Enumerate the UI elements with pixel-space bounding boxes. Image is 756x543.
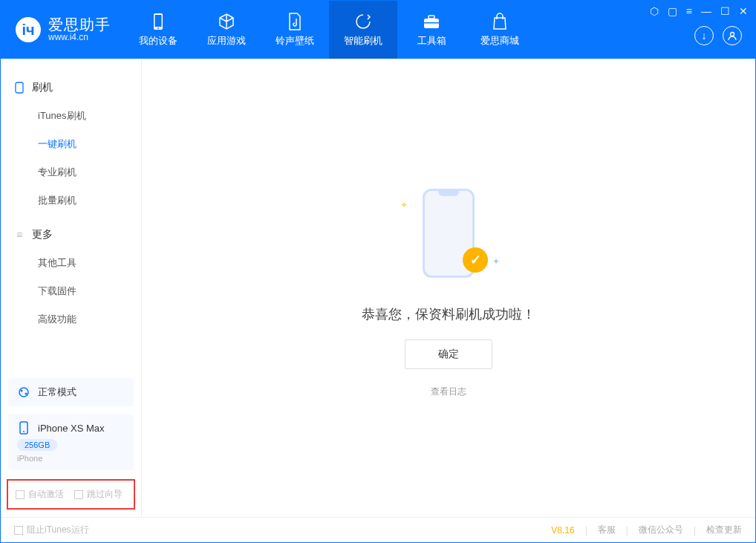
svg-point-8 — [19, 388, 28, 397]
sidebar-item-other-tools[interactable]: 其他工具 — [1, 249, 141, 277]
svg-rect-4 — [428, 16, 434, 19]
sparkle-icon: ✦ — [400, 200, 408, 210]
nav-label: 爱思商城 — [480, 34, 519, 48]
bag-icon — [491, 13, 509, 30]
cube-icon — [218, 13, 235, 30]
view-log-link[interactable]: 查看日志 — [431, 386, 466, 398]
sidebar-item-batch-flash[interactable]: 批量刷机 — [1, 186, 141, 215]
body: 刷机 iTunes刷机 一键刷机 专业刷机 批量刷机 ≡ 更多 其他工具 下载固… — [1, 59, 755, 517]
mode-label: 正常模式 — [38, 386, 76, 399]
main-content: ✦ ✓ ✦ 恭喜您，保资料刷机成功啦！ 确定 查看日志 — [142, 59, 755, 517]
section-title: 更多 — [32, 228, 53, 241]
maximize-icon[interactable]: ☐ — [720, 5, 730, 17]
svg-point-2 — [157, 27, 159, 29]
logo-text: 爱思助手 www.i4.cn — [48, 16, 111, 42]
minimize-icon[interactable]: — — [701, 5, 711, 17]
footer-link-wechat[interactable]: 微信公众号 — [639, 524, 683, 536]
nav-store[interactable]: 爱思商城 — [466, 1, 534, 59]
svg-rect-7 — [16, 82, 23, 93]
device-name: iPhone XS Max — [38, 423, 105, 434]
device-panel[interactable]: iPhone XS Max 256GB iPhone — [8, 414, 134, 470]
svg-rect-5 — [424, 22, 439, 24]
checkbox-block-itunes[interactable]: 阻止iTunes运行 — [14, 524, 89, 536]
close-icon[interactable]: ✕ — [739, 5, 748, 17]
svg-point-12 — [23, 431, 25, 432]
phone-icon — [149, 13, 167, 30]
app-logo-icon: iч — [16, 17, 41, 42]
device-icon — [17, 421, 30, 435]
version-label: V8.16 — [551, 525, 574, 536]
checkbox-skip-guide[interactable]: 跳过向导 — [74, 488, 123, 501]
svg-point-9 — [21, 390, 23, 392]
app-url: www.i4.cn — [48, 33, 111, 42]
storage-badge: 256GB — [17, 439, 57, 451]
checkbox-label: 跳过向导 — [87, 488, 123, 501]
download-button[interactable]: ↓ — [694, 26, 714, 45]
footer-link-update[interactable]: 检查更新 — [706, 524, 742, 536]
titlebar-controls: ⬡ ▢ ≡ — ☐ ✕ — [650, 5, 748, 17]
sidebar-head-more: ≡ 更多 — [1, 221, 141, 249]
main-nav: 我的设备 应用游戏 铃声壁纸 智能刷机 工具箱 爱思商城 — [124, 1, 534, 59]
svg-point-6 — [731, 33, 734, 36]
success-illustration: ✦ ✓ ✦ — [393, 178, 504, 289]
header-actions: ↓ — [694, 26, 742, 45]
account-button[interactable] — [723, 26, 742, 45]
mode-panel[interactable]: 正常模式 — [8, 378, 134, 406]
nav-label: 我的设备 — [139, 34, 177, 48]
sidebar-section-more: ≡ 更多 其他工具 下载固件 高级功能 — [1, 221, 141, 334]
footer-link-service[interactable]: 客服 — [598, 524, 616, 536]
mode-icon — [17, 386, 30, 399]
app-name: 爱思助手 — [48, 16, 111, 33]
music-file-icon — [286, 13, 304, 30]
check-circle-icon: ✓ — [463, 247, 488, 273]
checkbox-label: 阻止iTunes运行 — [27, 524, 89, 536]
svg-point-10 — [25, 393, 27, 395]
nav-label: 智能刷机 — [344, 34, 382, 48]
header: iч 爱思助手 www.i4.cn 我的设备 应用游戏 铃声壁纸 智能刷机 工具… — [1, 1, 755, 59]
nav-ringtones[interactable]: 铃声壁纸 — [261, 1, 329, 59]
success-message: 恭喜您，保资料刷机成功啦！ — [362, 305, 535, 323]
tshirt-icon[interactable]: ⬡ — [650, 5, 659, 17]
sidebar-item-advanced[interactable]: 高级功能 — [1, 305, 141, 334]
phone-small-icon — [14, 82, 25, 93]
refresh-shield-icon — [354, 13, 372, 30]
menu-icon[interactable]: ≡ — [686, 5, 692, 17]
nav-apps[interactable]: 应用游戏 — [192, 1, 261, 59]
device-type: iPhone — [17, 454, 125, 463]
highlighted-options: 自动激活 跳过向导 — [7, 479, 135, 510]
section-title: 刷机 — [32, 81, 53, 94]
nav-my-device[interactable]: 我的设备 — [124, 1, 192, 59]
nav-label: 应用游戏 — [207, 34, 246, 48]
nav-flash[interactable]: 智能刷机 — [329, 1, 397, 59]
sparkle-icon: ✦ — [492, 256, 500, 267]
footer: 阻止iTunes运行 V8.16 | 客服 | 微信公众号 | 检查更新 — [1, 517, 755, 542]
sidebar-section-flash: 刷机 iTunes刷机 一键刷机 专业刷机 批量刷机 — [1, 74, 141, 215]
nav-toolbox[interactable]: 工具箱 — [397, 1, 466, 59]
toolbox-icon — [423, 13, 440, 30]
sidebar-head-flash: 刷机 — [1, 74, 141, 102]
sidebar-item-itunes-flash[interactable]: iTunes刷机 — [1, 102, 141, 130]
note-icon[interactable]: ▢ — [668, 5, 677, 17]
sidebar-item-download-firmware[interactable]: 下载固件 — [1, 277, 141, 305]
device-panels: 正常模式 iPhone XS Max 256GB iPhone — [1, 371, 141, 479]
sidebar-item-oneclick-flash[interactable]: 一键刷机 — [1, 130, 141, 158]
logo-area: iч 爱思助手 www.i4.cn — [1, 16, 124, 42]
nav-label: 工具箱 — [417, 34, 446, 48]
sidebar: 刷机 iTunes刷机 一键刷机 专业刷机 批量刷机 ≡ 更多 其他工具 下载固… — [1, 59, 142, 517]
ok-button[interactable]: 确定 — [405, 339, 492, 369]
nav-label: 铃声壁纸 — [276, 34, 314, 48]
sidebar-item-pro-flash[interactable]: 专业刷机 — [1, 158, 141, 186]
checkbox-auto-activate[interactable]: 自动激活 — [16, 488, 64, 501]
list-icon: ≡ — [14, 230, 25, 240]
checkbox-label: 自动激活 — [28, 488, 64, 501]
svg-rect-1 — [155, 15, 162, 27]
